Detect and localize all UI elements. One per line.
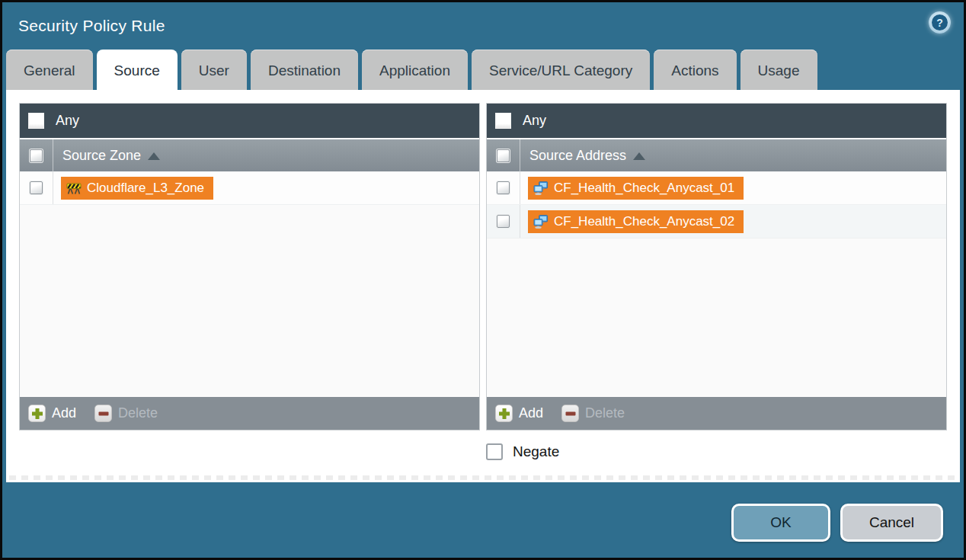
address-item-chip[interactable]: CF_Health_Check_Anycast_01 — [528, 177, 744, 200]
source-zone-column-title: Source Zone — [62, 148, 141, 164]
negate-row: Negate — [19, 430, 947, 473]
source-zone-any-header: Any — [20, 104, 479, 138]
cancel-button[interactable]: Cancel — [840, 504, 943, 542]
tab-usage[interactable]: Usage — [740, 50, 817, 90]
sort-ascending-icon — [148, 152, 160, 160]
negate-label: Negate — [513, 443, 559, 460]
zone-icon — [66, 181, 82, 196]
checkbox-cell — [20, 139, 53, 171]
panels-container: Any Source Zone — [19, 103, 947, 430]
zone-item-chip[interactable]: Cloudflare_L3_Zone — [61, 177, 213, 200]
source-zone-panel: Any Source Zone — [19, 103, 480, 430]
delete-button[interactable]: Delete — [561, 405, 625, 422]
tab-actions[interactable]: Actions — [654, 50, 736, 90]
address-item-label: CF_Health_Check_Anycast_01 — [554, 181, 734, 196]
tab-bar: General Source User Destination Applicat… — [2, 50, 964, 90]
add-button[interactable]: Add — [28, 405, 76, 422]
checkbox-cell — [487, 205, 520, 238]
source-zone-column-header[interactable]: Source Zone — [20, 138, 479, 171]
row-checkbox[interactable] — [30, 181, 43, 194]
dialog-buttons: OK Cancel — [731, 504, 943, 542]
negate-checkbox[interactable] — [486, 443, 503, 460]
help-icon[interactable]: ? — [929, 11, 951, 34]
table-row: Cloudflare_L3_Zone — [20, 171, 479, 205]
zone-item-label: Cloudflare_L3_Zone — [87, 181, 204, 196]
plus-icon — [28, 405, 46, 422]
minus-icon — [94, 405, 112, 422]
plus-icon — [495, 405, 513, 422]
question-mark-glyph: ? — [932, 14, 948, 30]
source-zone-any-checkbox[interactable] — [28, 113, 44, 129]
table-row: CF_Health_Check_Anycast_02 — [487, 205, 946, 238]
tab-source[interactable]: Source — [97, 50, 178, 90]
source-address-column-title: Source Address — [529, 148, 626, 164]
source-zone-list: Cloudflare_L3_Zone — [20, 171, 479, 395]
address-icon — [533, 181, 549, 196]
source-address-any-header: Any — [487, 104, 946, 138]
title-bar: Security Policy Rule ? — [2, 2, 964, 50]
add-button[interactable]: Add — [495, 405, 543, 422]
source-zone-any-label: Any — [56, 113, 79, 129]
tab-user[interactable]: User — [181, 50, 247, 90]
address-item-label: CF_Health_Check_Anycast_02 — [554, 214, 734, 229]
dialog-title: Security Policy Rule — [18, 17, 165, 35]
source-zone-select-all-checkbox[interactable] — [30, 149, 43, 162]
source-address-any-label: Any — [523, 113, 546, 129]
source-address-toolbar: Add Delete — [487, 395, 946, 430]
row-checkbox[interactable] — [497, 181, 510, 194]
source-address-column-header[interactable]: Source Address — [487, 138, 946, 171]
row-checkbox[interactable] — [497, 215, 510, 228]
checkbox-cell — [487, 171, 520, 204]
address-icon — [533, 214, 549, 229]
source-address-select-all-checkbox[interactable] — [497, 149, 510, 162]
tab-destination[interactable]: Destination — [251, 50, 358, 90]
source-zone-toolbar: Add Delete — [20, 395, 479, 430]
address-item-chip[interactable]: CF_Health_Check_Anycast_02 — [528, 210, 744, 233]
tab-general[interactable]: General — [6, 50, 93, 90]
checkbox-cell — [20, 171, 53, 204]
source-address-panel: Any Source Address — [486, 103, 947, 430]
sort-ascending-icon — [633, 152, 645, 160]
table-row: CF_Health_Check_Anycast_01 — [487, 171, 946, 205]
delete-button[interactable]: Delete — [94, 405, 158, 422]
security-policy-rule-dialog: Security Policy Rule ? General Source Us… — [0, 0, 966, 560]
ok-button[interactable]: OK — [731, 504, 830, 542]
tab-application[interactable]: Application — [362, 50, 468, 90]
checkbox-cell — [487, 139, 520, 171]
source-tab-content: Any Source Zone — [6, 90, 960, 482]
tab-service-url-category[interactable]: Service/URL Category — [472, 50, 650, 90]
source-address-any-checkbox[interactable] — [495, 113, 511, 129]
minus-icon — [561, 405, 579, 422]
source-address-list: CF_Health_Check_Anycast_01 CF_Health_Che… — [487, 171, 946, 395]
